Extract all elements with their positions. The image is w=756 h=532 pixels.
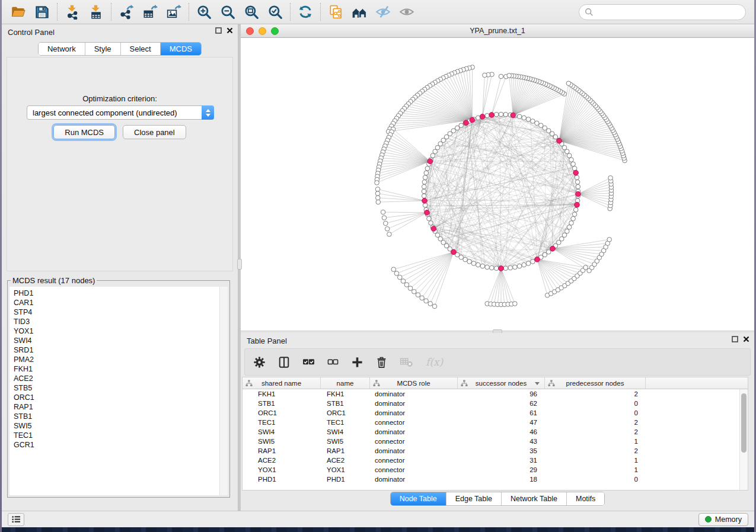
close-panel-button[interactable]: Close panel [123, 125, 186, 139]
show-all-button[interactable] [395, 1, 419, 23]
cell-successor-nodes[interactable]: 46 [458, 428, 545, 435]
cell-MCDS-role[interactable]: connector [370, 466, 458, 473]
tab-select[interactable]: Select [120, 43, 160, 55]
network-canvas[interactable] [241, 38, 754, 331]
cell-predecessor-nodes[interactable]: 2 [545, 428, 646, 435]
memory-button[interactable]: Memory [698, 513, 748, 526]
cell-shared-name[interactable]: RAP1 [243, 447, 321, 454]
mcds-result-item[interactable]: CAR1 [14, 298, 219, 307]
table-row[interactable]: STB1STB1dominator620 [243, 399, 739, 408]
cell-shared-name[interactable]: PHD1 [243, 476, 321, 483]
import-table-button[interactable] [84, 1, 108, 23]
mcds-result-list[interactable]: PHD1CAR1STP4TID3YOX1SWI4SRD1PMA2FKH1ACE2… [9, 287, 219, 495]
zoom-fit-button[interactable] [240, 1, 263, 23]
tab-network-table[interactable]: Network Table [501, 492, 566, 505]
table-row[interactable]: TEC1TEC1connector472 [243, 418, 739, 427]
table-settings-button[interactable] [253, 356, 266, 368]
cell-shared-name[interactable]: ACE2 [243, 457, 321, 464]
run-mcds-button[interactable]: Run MCDS [53, 125, 115, 139]
mcds-result-item[interactable]: PMA2 [14, 355, 219, 364]
mcds-result-item[interactable]: YOX1 [14, 326, 219, 336]
cell-shared-name[interactable]: SWI4 [243, 428, 321, 435]
cell-name[interactable]: SWI4 [321, 428, 370, 435]
mcds-result-item[interactable]: PHD1 [14, 289, 219, 298]
mcds-result-item[interactable]: GCR1 [14, 440, 219, 450]
cell-name[interactable]: SWI5 [321, 438, 370, 445]
cell-successor-nodes[interactable]: 29 [458, 466, 545, 473]
cell-name[interactable]: FKH1 [321, 390, 370, 398]
mcds-result-item[interactable]: SWI4 [14, 336, 219, 345]
scrollbar-thumb[interactable] [741, 393, 747, 453]
cell-predecessor-nodes[interactable]: 2 [545, 390, 646, 398]
table-row[interactable]: SWI4SWI4dominator462 [243, 427, 739, 437]
zoom-out-button[interactable] [216, 1, 240, 23]
tab-edge-table[interactable]: Edge Table [446, 492, 501, 505]
column-header-name[interactable]: name [321, 377, 370, 389]
cell-shared-name[interactable]: YOX1 [243, 466, 321, 473]
tab-motifs[interactable]: Motifs [566, 492, 604, 505]
tab-network[interactable]: Network [39, 43, 85, 55]
vertical-splitter[interactable] [238, 24, 241, 511]
table-row[interactable]: PHD1PHD1dominator180 [243, 475, 739, 484]
cell-MCDS-role[interactable]: dominator [370, 400, 458, 407]
import-network-button[interactable] [60, 1, 84, 23]
search-box[interactable] [579, 4, 746, 20]
cell-name[interactable]: ORC1 [321, 409, 370, 416]
window-zoom-traffic-light[interactable] [271, 27, 279, 35]
table-row[interactable]: RAP1RAP1dominator352 [243, 446, 739, 456]
mcds-result-item[interactable]: STB1 [14, 412, 219, 421]
deselect-all-button[interactable] [327, 357, 339, 367]
table-row[interactable]: YOX1YOX1connector291 [243, 465, 739, 475]
cell-successor-nodes[interactable]: 35 [458, 447, 545, 454]
cell-MCDS-role[interactable]: dominator [370, 409, 458, 416]
add-column-button[interactable] [351, 356, 363, 368]
mcds-result-item[interactable]: STP4 [14, 307, 219, 317]
open-file-button[interactable] [7, 1, 30, 23]
mcds-result-item[interactable]: SRD1 [14, 345, 219, 355]
cell-name[interactable]: PHD1 [321, 476, 370, 483]
criterion-dropdown[interactable]: largest connected component (undirected) [27, 105, 214, 120]
float-panel-icon[interactable] [215, 27, 222, 34]
developer-panel-button[interactable] [8, 513, 24, 526]
tab-node-table[interactable]: Node Table [391, 492, 446, 505]
cell-predecessor-nodes[interactable]: 0 [545, 409, 646, 416]
cell-shared-name[interactable]: TEC1 [243, 419, 321, 426]
refresh-view-button[interactable] [294, 1, 317, 23]
float-panel-icon[interactable] [732, 336, 738, 342]
cell-successor-nodes[interactable]: 61 [458, 409, 545, 416]
cell-successor-nodes[interactable]: 43 [458, 438, 545, 445]
mcds-result-item[interactable]: RAP1 [14, 402, 219, 412]
save-session-button[interactable] [30, 1, 54, 23]
mcds-result-item[interactable]: FKH1 [14, 364, 219, 374]
hide-selected-button[interactable] [371, 1, 395, 23]
mcds-result-item[interactable]: TID3 [14, 317, 219, 326]
splitter-grip[interactable] [237, 259, 242, 270]
cell-successor-nodes[interactable]: 47 [458, 419, 545, 426]
cell-predecessor-nodes[interactable]: 2 [545, 419, 646, 426]
column-header-predecessor-nodes[interactable]: predecessor nodes [545, 377, 646, 389]
table-row[interactable]: FKH1FKH1dominator962 [243, 389, 739, 399]
cell-name[interactable]: STB1 [321, 400, 370, 407]
cell-MCDS-role[interactable]: dominator [370, 447, 458, 454]
cell-successor-nodes[interactable]: 31 [458, 457, 545, 464]
cell-predecessor-nodes[interactable]: 1 [545, 438, 646, 445]
cell-predecessor-nodes[interactable]: 0 [545, 400, 646, 407]
zoom-in-button[interactable] [192, 1, 216, 23]
delete-column-button[interactable] [376, 356, 387, 368]
export-network-button[interactable] [114, 1, 138, 23]
result-list-scrollbar[interactable] [219, 287, 228, 495]
cell-successor-nodes[interactable]: 62 [458, 400, 545, 407]
duplicate-network-button[interactable] [324, 1, 347, 23]
cell-shared-name[interactable]: STB1 [243, 400, 321, 407]
cell-predecessor-nodes[interactable]: 0 [545, 476, 646, 483]
cell-MCDS-role[interactable]: dominator [370, 428, 458, 435]
zoom-selected-button[interactable] [263, 1, 287, 23]
window-close-traffic-light[interactable] [246, 27, 254, 35]
search-input[interactable] [596, 8, 745, 17]
table-row[interactable]: ORC1ORC1dominator610 [243, 408, 739, 418]
table-row[interactable]: SWI5SWI5connector431 [243, 437, 739, 446]
cell-MCDS-role[interactable]: dominator [370, 476, 458, 483]
cell-successor-nodes[interactable]: 96 [458, 390, 545, 398]
select-all-button[interactable] [302, 357, 315, 368]
cell-shared-name[interactable]: FKH1 [243, 390, 321, 398]
